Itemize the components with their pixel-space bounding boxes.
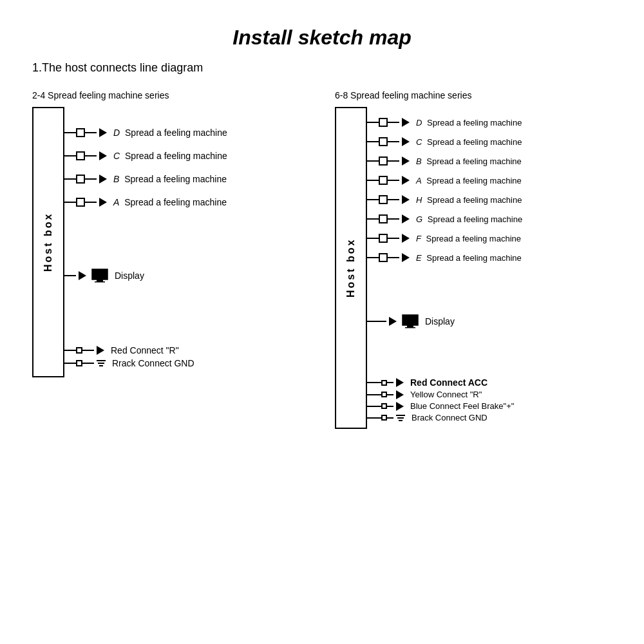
right-yellow-label: Yellow Connect "R" [410,390,482,399]
main-title: Install sketch map [32,26,612,50]
right-power-gnd: Brack Connect GND [367,413,522,422]
display-label: Display [115,270,144,281]
right-display-icon [402,314,419,328]
r-channel-H: H Spread a feeling machine [367,191,522,209]
label-D: D Spread a feeling machine [113,128,227,138]
display-row: Display [64,269,227,283]
line-D [64,132,76,133]
svg-rect-3 [402,315,418,325]
right-power-yellow: Yellow Connect "R" [367,390,522,399]
left-power-area: Red Connect "R" [64,345,227,368]
right-blue-label: Blue Connect Feel Brake"+" [410,401,514,411]
right-diagram-label: 6-8 Spread feeling machine series [335,90,612,100]
channel-row-A: A Spread a feeling machine [64,192,227,213]
right-diagram-area: Host box D Spread [335,107,612,429]
r-channel-C: C Spread a feeling machine [367,133,522,151]
r-channel-G: G Spread a feeling machine [367,210,522,228]
power-row-gnd: Rrack Connect GND [64,358,227,368]
power-row-red: Red Connect "R" [64,345,227,355]
left-host-box-text: Host box [43,213,54,272]
r-channel-D: D Spread a feeling machine [367,113,522,131]
svg-rect-1 [97,279,103,281]
right-host-box-text: Host box [345,238,357,298]
right-channels: D Spread a feeling machine C [367,113,522,267]
page: Install sketch map 1.The host connects l… [0,0,644,644]
right-diagram: 6-8 Spread feeling machine series Host b… [335,90,612,429]
right-gnd-label: Brack Connect GND [412,413,488,422]
right-power-blue: Blue Connect Feel Brake"+" [367,401,522,411]
left-diagram-area: Host box D Spread [32,107,309,377]
right-display-label: Display [425,316,455,327]
gnd-label: Rrack Connect GND [112,358,194,368]
r-channel-E: E Spread a feeling machine [367,249,522,267]
right-red-label: Red Connect ACC [410,377,488,388]
svg-rect-2 [95,281,105,283]
ground-symbol [97,360,106,366]
r-channel-F: F Spread a feeling machine [367,229,522,247]
right-connectors-outer: D Spread a feeling machine C [367,107,522,429]
right-power-area: Red Connect ACC Yellow Connect "R" [367,377,522,422]
left-host-box: Host box [32,107,64,377]
svg-rect-5 [405,327,415,328]
section-title: 1.The host connects line diagram [32,61,612,75]
svg-rect-4 [407,325,413,327]
right-power-red: Red Connect ACC [367,377,522,388]
display-icon [91,269,108,283]
channel-row-D: D Spread a feeling machine [64,122,227,143]
r-channel-A: A Spread a feeling machine [367,171,522,189]
channel-row-C: C Spread a feeling machine [64,146,227,166]
arrow-D [99,128,107,137]
line2-D [85,132,97,133]
left-diagram: 2-4 Spread feeling machine series Host b… [32,90,309,377]
right-host-box: Host box [335,107,367,429]
svg-rect-0 [92,269,108,279]
red-connect-label: Red Connect "R" [111,345,179,355]
r-channel-B: B Spread a feeling machine [367,152,522,170]
channel-row-B: B Spread a feeling machine [64,169,227,189]
box-D [76,128,85,137]
right-ground-symbol [396,415,405,421]
right-display-row: Display [367,314,522,328]
left-diagram-label: 2-4 Spread feeling machine series [32,90,309,100]
diagrams-row: 2-4 Spread feeling machine series Host b… [32,90,612,429]
